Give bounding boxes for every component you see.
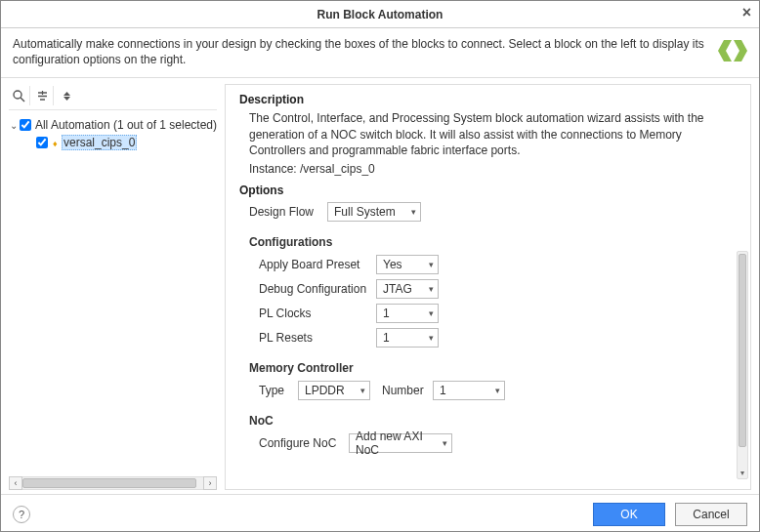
vscroll-thumb[interactable] (739, 254, 746, 446)
scroll-thumb[interactable] (22, 478, 196, 488)
apply-board-preset-label: Apply Board Preset (259, 258, 376, 271)
configure-noc-label: Configure NoC (259, 436, 349, 450)
mc-number-value: 1 (440, 384, 446, 397)
instance-label: Instance: /versal_cips_0 (239, 162, 740, 176)
collapse-all-icon[interactable] (32, 86, 54, 105)
titlebar: Run Block Automation × (1, 1, 759, 28)
automation-tree[interactable]: ⌄ All Automation (1 out of 1 selected) ⬧… (9, 114, 217, 472)
chevron-down-icon: ▾ (429, 284, 434, 294)
tree-hscrollbar[interactable]: ‹ › (9, 476, 217, 490)
design-flow-value: Full System (334, 205, 396, 219)
scroll-track[interactable] (22, 476, 203, 490)
tree-child-checkbox[interactable] (36, 137, 48, 148)
svg-line-1 (21, 98, 24, 102)
pl-resets-row: PL Resets 1 ▾ (259, 328, 740, 348)
noc-heading: NoC (249, 414, 740, 428)
ok-button[interactable]: OK (593, 503, 665, 526)
configure-noc-value: Add new AXI NoC (356, 430, 435, 457)
chevron-down-icon: ▾ (443, 438, 447, 448)
xilinx-logo-icon (718, 36, 747, 65)
description-heading: Description (239, 93, 740, 106)
configure-noc-row: Configure NoC Add new AXI NoC ▾ (259, 433, 740, 453)
design-flow-label: Design Flow (249, 205, 327, 219)
apply-board-preset-row: Apply Board Preset Yes ▾ (259, 255, 740, 274)
tree-toolbar (9, 84, 217, 110)
options-vscrollbar[interactable]: ▴ ▾ (737, 251, 748, 479)
mc-type-value: LPDDR (305, 384, 345, 397)
header: Automatically make connections in your d… (1, 28, 759, 78)
chevron-down-icon: ▾ (429, 308, 434, 318)
chevron-down-icon: ▾ (429, 333, 434, 343)
scroll-right-icon[interactable]: › (203, 476, 217, 490)
memory-controller-row: Type LPDDR ▾ Number 1 ▾ (259, 381, 740, 400)
tree-root-checkbox[interactable] (20, 119, 31, 131)
search-icon[interactable] (9, 86, 30, 105)
configure-noc-select[interactable]: Add new AXI NoC ▾ (349, 433, 452, 453)
description-body: The Control, Interface, and Processing S… (239, 110, 740, 158)
debug-configuration-row: Debug Configuration JTAG ▾ (259, 279, 740, 299)
pl-resets-label: PL Resets (259, 331, 376, 345)
scroll-left-icon[interactable]: ‹ (9, 476, 22, 490)
footer: ? OK Cancel (1, 494, 759, 532)
mc-type-label: Type (259, 384, 298, 397)
pl-resets-select[interactable]: 1 ▾ (376, 328, 439, 348)
options-heading: Options (239, 184, 740, 197)
window-title: Run Block Automation (317, 8, 443, 21)
chevron-down-icon: ▾ (360, 386, 365, 395)
debug-configuration-select[interactable]: JTAG ▾ (376, 279, 439, 299)
debug-configuration-value: JTAG (383, 282, 412, 296)
debug-configuration-label: Debug Configuration (259, 282, 376, 296)
chevron-down-icon: ▾ (495, 386, 500, 395)
mc-type-select[interactable]: LPDDR ▾ (298, 381, 370, 400)
svg-point-0 (14, 91, 21, 99)
close-icon[interactable]: × (742, 5, 751, 20)
pl-resets-value: 1 (383, 331, 390, 345)
apply-board-preset-select[interactable]: Yes ▾ (376, 255, 439, 274)
tree-root-label[interactable]: All Automation (1 out of 1 selected) (35, 118, 217, 132)
right-pane: Description The Control, Interface, and … (225, 84, 751, 490)
tree-child-row[interactable]: ⬧ versal_cips_0 (9, 134, 217, 151)
mc-number-label: Number (382, 384, 433, 397)
tree-child-label[interactable]: versal_cips_0 (62, 135, 137, 150)
pl-clocks-label: PL Clocks (259, 307, 376, 320)
scroll-down-icon[interactable]: ▾ (738, 468, 747, 479)
pl-clocks-select[interactable]: 1 ▾ (376, 304, 439, 323)
left-pane: ⌄ All Automation (1 out of 1 selected) ⬧… (1, 78, 221, 494)
cancel-button[interactable]: Cancel (675, 503, 747, 526)
pl-clocks-value: 1 (383, 307, 390, 320)
help-icon[interactable]: ? (13, 506, 30, 523)
design-flow-select[interactable]: Full System ▾ (327, 202, 421, 222)
mc-number-select[interactable]: 1 ▾ (433, 381, 505, 400)
header-description: Automatically make connections in your d… (13, 36, 718, 67)
chevron-down-icon: ▾ (411, 207, 416, 217)
expand-all-icon[interactable] (56, 86, 77, 105)
pl-clocks-row: PL Clocks 1 ▾ (259, 304, 740, 323)
chevron-down-icon: ▾ (429, 260, 434, 269)
configurations-heading: Configurations (249, 235, 740, 249)
twisty-open-icon[interactable]: ⌄ (9, 120, 20, 131)
design-flow-row: Design Flow Full System ▾ (249, 202, 740, 222)
apply-board-preset-value: Yes (383, 258, 402, 271)
tree-root-row[interactable]: ⌄ All Automation (1 out of 1 selected) (9, 116, 217, 134)
ip-block-icon: ⬧ (52, 137, 59, 148)
memory-controller-heading: Memory Controller (249, 361, 740, 375)
